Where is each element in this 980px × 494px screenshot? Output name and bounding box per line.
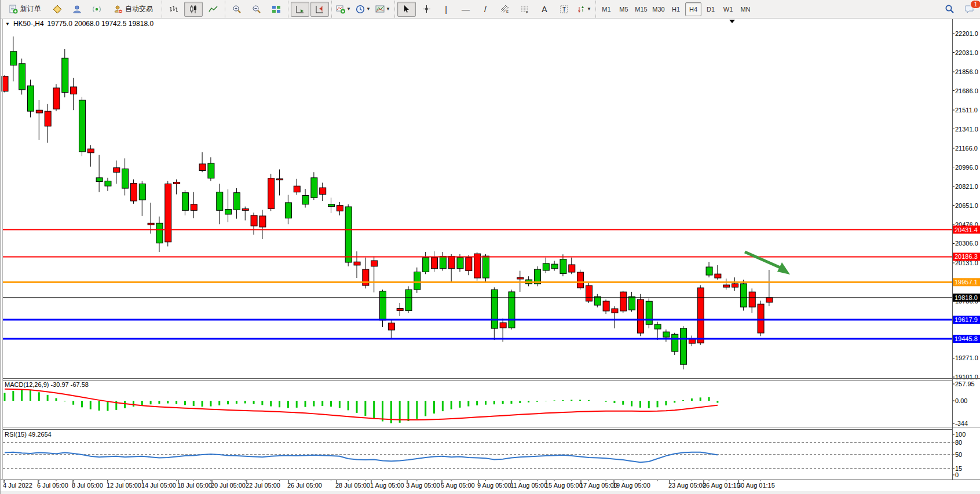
- bull-candle: [217, 192, 223, 211]
- market-watch-button[interactable]: [48, 2, 67, 17]
- vertical-line-button[interactable]: |: [437, 2, 455, 17]
- zoom-in-icon: [232, 5, 242, 14]
- grid-button[interactable]: F: [515, 2, 534, 17]
- chart-symbol-period: HK50-,H4: [13, 20, 44, 28]
- crosshair-button[interactable]: [417, 2, 436, 17]
- tile-windows-button[interactable]: [267, 2, 286, 17]
- bear-candle: [388, 323, 394, 330]
- bull-candle: [560, 259, 566, 274]
- zoom-in-button[interactable]: [228, 2, 246, 17]
- collapse-triangle-icon[interactable]: ▼: [5, 21, 10, 27]
- timeframe-button-m30[interactable]: M30: [650, 2, 667, 16]
- chart-svg: 257.950.00-344100805015022201.022031.021…: [1, 0, 980, 494]
- timeframe-toolbar: M1M5M15M30H1H4D1W1MN: [595, 1, 756, 18]
- zoom-out-icon: [252, 5, 261, 14]
- templates-button[interactable]: ▼: [374, 2, 392, 17]
- time-label: 22 Jul 05:00: [246, 482, 280, 489]
- auto-trading-button[interactable]: 自动交易: [107, 2, 159, 17]
- timeframe-button-d1[interactable]: D1: [703, 2, 719, 16]
- bear-candle: [242, 208, 248, 210]
- bear-candle: [500, 323, 506, 328]
- auto-trading-icon: [114, 5, 123, 14]
- bar-chart-button[interactable]: [164, 2, 183, 17]
- time-label: 30 Aug 01:15: [737, 482, 775, 489]
- periods-button[interactable]: ▼: [354, 2, 372, 17]
- bull-candle: [482, 256, 489, 278]
- text-label-icon: T: [560, 5, 569, 14]
- toolbar: 新订单 自动交易 ▼ ▼ ▼: [1, 0, 980, 19]
- bull-candle: [423, 258, 429, 272]
- horizontal-line-button[interactable]: —: [456, 2, 475, 17]
- search-button[interactable]: [940, 2, 959, 17]
- data-window-button[interactable]: [68, 2, 86, 17]
- bull-candle: [551, 264, 558, 269]
- timeframe-button-w1[interactable]: W1: [720, 2, 736, 16]
- bear-candle: [577, 272, 584, 288]
- bull-candle: [646, 301, 652, 324]
- bear-candle: [766, 298, 773, 302]
- bull-candle: [345, 207, 352, 262]
- candlestick-chart-button[interactable]: [184, 2, 203, 17]
- time-label: 6 Jul 05:00: [37, 482, 68, 489]
- notifications-button[interactable]: 1: [960, 2, 978, 17]
- bull-candle: [156, 223, 163, 243]
- bull-candle: [740, 284, 747, 307]
- bear-candle: [586, 286, 592, 301]
- bull-candle: [19, 64, 25, 90]
- insert-group: ▼ ▼ ▼: [331, 1, 394, 18]
- time-label: 26 Jul 05:00: [287, 482, 322, 489]
- bear-candle: [612, 309, 618, 313]
- time-label: 17 Aug 05:00: [580, 482, 617, 489]
- text-label-button[interactable]: T: [555, 2, 573, 17]
- arrows-button[interactable]: ▼: [575, 2, 593, 17]
- svg-text:22201.0: 22201.0: [955, 30, 978, 37]
- add-indicator-button[interactable]: ▼: [334, 2, 353, 17]
- price-label-text: 19617.9: [955, 316, 978, 323]
- timeframe-button-m15[interactable]: M15: [633, 2, 649, 16]
- time-label: 4 Jul 2022: [3, 482, 32, 489]
- new-order-button[interactable]: 新订单: [3, 2, 47, 17]
- bear-candle: [174, 182, 180, 184]
- timeframe-button-h1[interactable]: H1: [668, 2, 684, 16]
- bull-candle: [663, 332, 670, 337]
- scroll-group: [288, 1, 331, 18]
- svg-text:21166.0: 21166.0: [955, 145, 978, 152]
- bear-candle: [337, 206, 343, 211]
- vertical-line-icon: |: [445, 5, 447, 13]
- bull-candle: [414, 272, 420, 290]
- chart-shift-button[interactable]: [310, 2, 329, 17]
- bear-candle: [466, 258, 472, 271]
- right-tools-group: 1: [938, 1, 980, 18]
- cursor-button[interactable]: [397, 2, 416, 17]
- bear-candle: [397, 309, 403, 311]
- text-button[interactable]: A: [535, 2, 554, 17]
- bear-candle: [354, 262, 360, 265]
- grid-icon: F: [520, 5, 529, 14]
- bear-candle: [732, 284, 738, 287]
- rsi-name: RSI(15): [5, 431, 27, 438]
- svg-text:19271.0: 19271.0: [955, 354, 978, 361]
- timeframe-button-h4[interactable]: H4: [685, 2, 701, 16]
- bull-candle: [706, 267, 712, 275]
- timeframe-button-m5[interactable]: M5: [616, 2, 632, 16]
- bar-chart-icon: [169, 5, 178, 14]
- svg-text:21686.0: 21686.0: [955, 87, 978, 94]
- text-icon: A: [542, 5, 547, 13]
- bull-candle: [491, 290, 498, 328]
- trendline-button[interactable]: /: [476, 2, 495, 17]
- svg-text:21341.0: 21341.0: [955, 126, 978, 133]
- timeframe-button-m1[interactable]: M1: [598, 2, 615, 16]
- add-indicator-icon: [336, 5, 345, 14]
- svg-text:T: T: [562, 6, 566, 13]
- fibonacci-button[interactable]: E: [496, 2, 514, 17]
- bull-candle: [672, 334, 678, 352]
- line-chart-button[interactable]: [204, 2, 222, 17]
- bear-candle: [749, 292, 755, 307]
- timeframe-button-mn[interactable]: MN: [737, 2, 754, 16]
- bear-candle: [45, 111, 51, 126]
- auto-scroll-button[interactable]: [291, 2, 309, 17]
- zoom-out-button[interactable]: [247, 2, 266, 17]
- svg-text:257.95: 257.95: [955, 380, 975, 387]
- chart-shift-icon: [315, 5, 324, 14]
- signals-button[interactable]: [87, 2, 106, 17]
